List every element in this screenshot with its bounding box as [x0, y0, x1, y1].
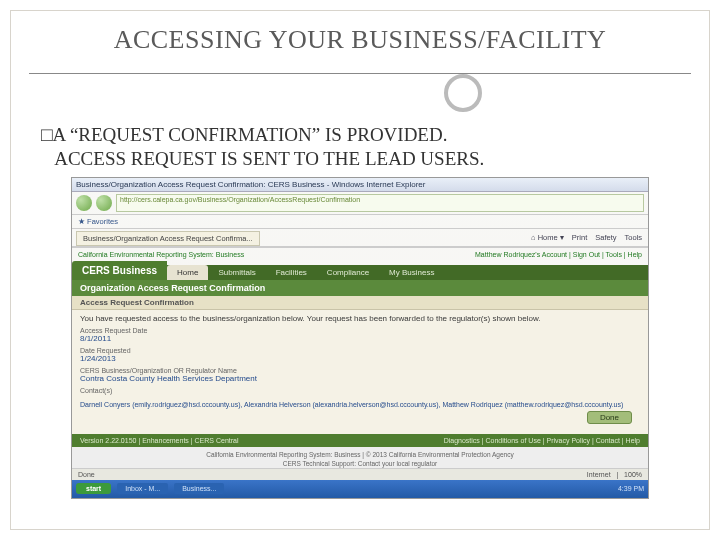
cers-header-left: California Environmental Reporting Syste…	[78, 251, 244, 258]
clock: 4:39 PM	[618, 485, 644, 492]
start-button[interactable]: start	[76, 483, 111, 494]
field-3-value: Contra Costa County Health Services Depa…	[80, 374, 640, 383]
tool-safety[interactable]: Safety	[595, 233, 616, 242]
ie-status-zone: Internet	[587, 471, 611, 478]
ie-window-titlebar: Business/Organization Access Request Con…	[72, 178, 648, 192]
panel-title: Organization Access Request Confirmation	[72, 280, 648, 296]
field-2-label: Date Requested	[80, 347, 640, 354]
field-2-value: 1/24/2013	[80, 354, 640, 363]
done-button[interactable]: Done	[587, 411, 632, 424]
browser-tab[interactable]: Business/Organization Access Request Con…	[76, 231, 260, 246]
tool-tools[interactable]: Tools	[624, 233, 642, 242]
intro-text: You have requested access to the busines…	[80, 314, 640, 323]
address-bar[interactable]: http://cers.calepa.ca.gov/Business/Organ…	[116, 194, 644, 212]
cers-brand: CERS Business	[72, 261, 167, 280]
forward-icon[interactable]	[96, 195, 112, 211]
contacts-label: Contact(s)	[80, 387, 640, 394]
ie-status-left: Done	[78, 471, 95, 478]
bullet-line-1: A “REQUEST CONFIRMATION” IS PROVIDED.	[52, 124, 447, 145]
tool-home[interactable]: ⌂ Home ▾	[531, 233, 564, 242]
windows-taskbar[interactable]: start Inbox - M... Business... 4:39 PM	[72, 480, 648, 498]
tab-facilities[interactable]: Facilities	[266, 265, 317, 280]
contacts-text: Darnell Conyers (emily.rodriguez@hsd.ccc…	[80, 400, 640, 410]
ring-accent-icon	[444, 74, 482, 112]
title-divider	[11, 73, 709, 113]
taskbar-item-1[interactable]: Inbox - M...	[117, 483, 168, 494]
field-1-value: 8/1/2011	[80, 334, 640, 343]
back-icon[interactable]	[76, 195, 92, 211]
favorites-button[interactable]: ★ Favorites	[78, 217, 118, 226]
cers-header-right[interactable]: Matthew Rodriquez's Account | Sign Out |…	[475, 251, 642, 258]
tool-print[interactable]: Print	[572, 233, 587, 242]
footer-green-right[interactable]: Diagnostics | Conditions of Use | Privac…	[444, 437, 640, 444]
taskbar-item-2[interactable]: Business...	[174, 483, 224, 494]
panel-body: You have requested access to the busines…	[72, 310, 648, 435]
embedded-screenshot: Business/Organization Access Request Con…	[71, 177, 649, 499]
tab-my-business[interactable]: My Business	[379, 265, 444, 280]
ie-zoom[interactable]: 100%	[624, 471, 642, 478]
panel-subtitle: Access Request Confirmation	[72, 296, 648, 310]
tab-home[interactable]: Home	[167, 265, 208, 280]
footer-green-left[interactable]: Version 2.22.0150 | Enhancements | CERS …	[80, 437, 239, 444]
tab-submittals[interactable]: Submittals	[208, 265, 265, 280]
bullet-line-2: ACCESS REQUEST IS SENT TO THE LEAD USERS…	[54, 148, 484, 169]
bullet-square-icon: □	[41, 124, 52, 145]
tab-compliance[interactable]: Compliance	[317, 265, 379, 280]
field-1-label: Access Request Date	[80, 327, 640, 334]
field-3-label: CERS Business/Organization OR Regulator …	[80, 367, 640, 374]
system-tray[interactable]: 4:39 PM	[618, 485, 644, 492]
bullet-text: □A “REQUEST CONFIRMATION” IS PROVIDED. A…	[41, 123, 679, 171]
slide-title: ACCESSING YOUR BUSINESS/FACILITY	[31, 25, 689, 55]
